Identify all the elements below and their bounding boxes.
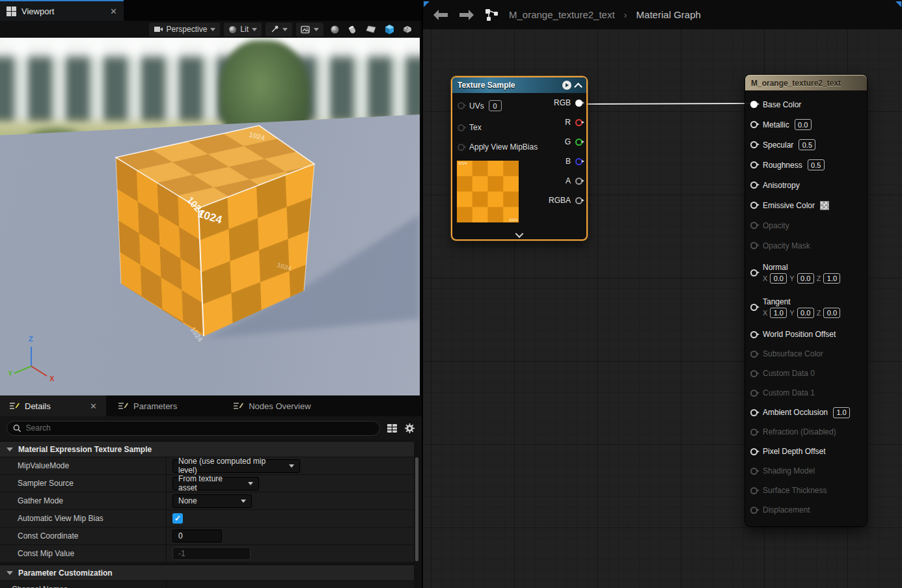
collapse-triangle-icon bbox=[7, 571, 13, 575]
row-sampler-source: Sampler Source From texture asset bbox=[0, 474, 414, 492]
details-scrollbar[interactable] bbox=[415, 457, 418, 561]
apply-view-mipbias-pin[interactable] bbox=[458, 144, 465, 151]
rgb-pin[interactable] bbox=[575, 100, 582, 107]
opacity-pin[interactable] bbox=[750, 222, 758, 229]
preview-shape-plane[interactable] bbox=[364, 23, 378, 36]
g-pin[interactable] bbox=[575, 139, 582, 146]
surface-thickness-pin[interactable] bbox=[750, 487, 758, 494]
pin-row-base-color: Base Color bbox=[745, 94, 867, 114]
section-material-expression-texture-sample[interactable]: Material Expression Texture Sample bbox=[0, 441, 414, 457]
chevron-down-icon bbox=[314, 28, 319, 31]
checkbox-checked[interactable]: ✓ bbox=[172, 513, 183, 524]
chevron-down-icon bbox=[248, 482, 253, 485]
emissive-color-pin[interactable] bbox=[750, 202, 758, 209]
sampler-source-dropdown[interactable]: From texture asset bbox=[172, 477, 259, 490]
preview-shape-teapot[interactable] bbox=[400, 23, 415, 36]
sphere-icon bbox=[348, 25, 358, 34]
output-a: A bbox=[566, 176, 582, 185]
input-tex: Tex bbox=[458, 123, 482, 132]
back-arrow-icon[interactable] bbox=[432, 9, 449, 21]
preview-shape-cylinder[interactable] bbox=[327, 23, 342, 36]
roughness-default-value: 0.5 bbox=[808, 159, 825, 170]
screenshot-dropdown[interactable] bbox=[296, 23, 323, 36]
expand-chevron-icon[interactable] bbox=[515, 230, 524, 238]
tab-details[interactable]: Details ✕ bbox=[0, 395, 106, 416]
normal-pin[interactable] bbox=[750, 269, 758, 276]
base-color-pin[interactable] bbox=[750, 101, 758, 108]
viewport-3d-scene[interactable]: 1024 1024 1024 1024 1024 Z Y X bbox=[0, 38, 420, 395]
preview-shape-cube[interactable] bbox=[382, 23, 396, 36]
pin-row-opacity: Opacity bbox=[745, 215, 867, 235]
material-result-title: M_orange_texture2_text bbox=[751, 79, 841, 88]
chevron-down-icon bbox=[252, 28, 257, 31]
mipvaluemode-dropdown[interactable]: None (use computed mip level) bbox=[172, 459, 300, 473]
close-icon[interactable]: ✕ bbox=[110, 7, 117, 16]
material-result-node[interactable]: M_orange_texture2_text Base Color Metall… bbox=[745, 75, 867, 526]
material-editor-window: Viewport ✕ Perspective Lit bbox=[0, 0, 902, 588]
preview-shape-sphere[interactable] bbox=[346, 23, 360, 36]
section-parameter-customization[interactable]: Parameter Customization bbox=[0, 565, 414, 580]
shading-model-pin[interactable] bbox=[750, 468, 758, 475]
rgba-pin[interactable] bbox=[575, 197, 582, 204]
uvs-pin[interactable] bbox=[458, 102, 465, 109]
cylinder-icon bbox=[330, 25, 340, 34]
pin-row-custom-data-0: Custom Data 0 bbox=[745, 364, 867, 383]
breadcrumb-material-name[interactable]: M_orange_texture2_text bbox=[509, 9, 615, 20]
roughness-pin[interactable] bbox=[750, 161, 758, 168]
metallic-pin[interactable] bbox=[750, 121, 758, 128]
a-pin[interactable] bbox=[575, 178, 582, 185]
refraction-pin[interactable] bbox=[750, 429, 758, 436]
lit-dropdown[interactable]: Lit bbox=[224, 23, 262, 36]
const-coordinate-input[interactable]: 0 bbox=[172, 529, 222, 542]
details-tab-bar: Details ✕ Parameters Nodes Overview bbox=[0, 395, 422, 416]
pin-row-tangent: Tangent X1.0 Y0.0 Z0.0 bbox=[745, 290, 867, 325]
collapse-chevron-icon[interactable] bbox=[574, 83, 582, 91]
specular-pin[interactable] bbox=[750, 141, 758, 148]
forward-arrow-icon[interactable] bbox=[458, 9, 475, 21]
tab-viewport[interactable]: Viewport ✕ bbox=[0, 0, 124, 21]
uvs-value-box[interactable]: 0 bbox=[489, 100, 502, 111]
tab-nodes-overview[interactable]: Nodes Overview bbox=[224, 395, 320, 416]
texture-sample-node[interactable]: Texture Sample UVs 0 Tex Apply View MipB… bbox=[451, 76, 588, 241]
custom-data-0-pin[interactable] bbox=[750, 370, 758, 377]
focus-corner-marker bbox=[424, 1, 430, 7]
tex-pin[interactable] bbox=[458, 124, 465, 131]
opacity-mask-pin[interactable] bbox=[750, 242, 758, 249]
image-icon bbox=[301, 25, 310, 34]
gear-icon[interactable] bbox=[404, 423, 415, 434]
pin-row-world-position-offset: World Position Offset bbox=[745, 325, 867, 344]
perspective-dropdown[interactable]: Perspective bbox=[149, 23, 221, 36]
subsurface-color-pin[interactable] bbox=[750, 351, 758, 358]
custom-data-1-pin[interactable] bbox=[750, 390, 758, 397]
row-channel-names[interactable]: Channel Names bbox=[0, 580, 414, 588]
pixel-depth-offset-pin[interactable] bbox=[750, 448, 758, 455]
r-pin[interactable] bbox=[575, 119, 582, 126]
displacement-pin[interactable] bbox=[750, 507, 758, 514]
b-pin[interactable] bbox=[575, 158, 582, 165]
close-icon[interactable]: ✕ bbox=[90, 401, 97, 411]
search-box[interactable] bbox=[7, 421, 380, 436]
view-options-dropdown[interactable] bbox=[266, 23, 292, 36]
output-rgb: RGB bbox=[554, 98, 582, 107]
viewport-toolbar: Perspective Lit bbox=[0, 21, 420, 38]
preview-toggle-icon[interactable] bbox=[562, 81, 571, 90]
specular-default-value: 0.5 bbox=[799, 139, 815, 150]
tab-parameters[interactable]: Parameters bbox=[109, 395, 186, 416]
details-tab-icon bbox=[9, 401, 20, 410]
texture-sample-header[interactable]: Texture Sample bbox=[452, 77, 586, 93]
const-mip-value-input[interactable]: -1 bbox=[172, 547, 251, 560]
breadcrumb-separator: › bbox=[624, 9, 627, 20]
ambient-occlusion-pin[interactable] bbox=[750, 409, 758, 416]
chevron-down-icon bbox=[210, 28, 215, 31]
search-input[interactable] bbox=[26, 423, 374, 433]
tangent-y-value: 0.0 bbox=[797, 308, 814, 318]
focus-corner-marker bbox=[895, 1, 901, 7]
gather-mode-dropdown[interactable]: None bbox=[172, 494, 252, 508]
parameters-tab-icon bbox=[118, 401, 128, 410]
collapse-triangle-icon bbox=[7, 448, 13, 451]
display-filter-icon[interactable] bbox=[387, 423, 398, 433]
world-position-offset-pin[interactable] bbox=[750, 331, 758, 338]
material-result-header[interactable]: M_orange_texture2_text bbox=[745, 75, 867, 90]
tangent-pin[interactable] bbox=[750, 304, 758, 311]
anisotropy-pin[interactable] bbox=[750, 181, 758, 189]
